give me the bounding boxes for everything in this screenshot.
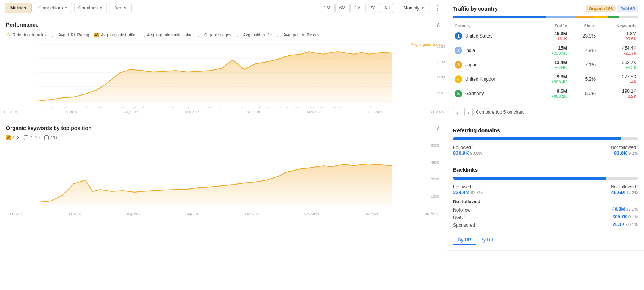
traffic-by-country-title: Traffic by country: [453, 6, 497, 12]
keywords-india: 454.4K -21.7K: [597, 43, 638, 58]
performance-title: Performance: [6, 22, 39, 28]
color-bar-germany: [608, 16, 619, 18]
filter-4-10-checkbox[interactable]: [24, 135, 28, 140]
monthly-label: Monthly: [403, 5, 419, 11]
back-notfollowed-label: Not followed i: [611, 183, 638, 190]
right-panel: Traffic by country Organic 186 Paid 62 C…: [447, 0, 644, 290]
filter-paid-checkbox[interactable]: [237, 33, 241, 37]
table-row: 3 Japan 13.4M +664K 7.1% 202.7K +6.3K: [453, 58, 638, 72]
filter-1-3[interactable]: 1–3: [6, 135, 19, 140]
filter-url-rating[interactable]: Avg. URL Rating: [52, 33, 89, 37]
organic-badge: Organic 186: [586, 5, 616, 12]
filter-paid-cost-checkbox[interactable]: [277, 33, 281, 37]
top-bar: Metrics Competitors ▼ Countries ▼ Years …: [0, 0, 447, 16]
ugc-val: 305.7K: [613, 214, 627, 219]
share-germany: 5.0%: [569, 86, 597, 101]
performance-filters: ⚠ Referring domains Avg. URL Rating Avg.…: [6, 32, 441, 38]
nofollow-row: Nofollow i 46.3M 17.1%: [453, 207, 638, 213]
keywords-us: 1.8M -99.6K: [597, 29, 638, 43]
country-name-us: United States: [465, 33, 492, 39]
countries-dropdown[interactable]: Countries ▼: [74, 3, 107, 13]
table-row: 1 United States 45.3M -161K 23.9% 1.8M -…: [453, 29, 638, 43]
time-2y[interactable]: 2Y: [365, 3, 379, 13]
country-name-cell: 1 United States: [453, 29, 535, 43]
monthly-dropdown[interactable]: Monthly ▼: [398, 3, 430, 13]
filter-paid-traffic[interactable]: Avg. paid traffic: [237, 33, 272, 37]
countries-label: Countries: [78, 5, 98, 11]
time-1m[interactable]: 1M: [320, 3, 335, 13]
table-row: 4 United Kingdom 9.8M +988.4K 5.2% 277.5…: [453, 72, 638, 86]
ref-notfollowed-label: Not followed i: [611, 144, 638, 150]
organic-keywords-chart: 600K 450K 300K 150K 0 Jun 2015 Jul 2016: [6, 142, 441, 226]
back-followed-bar: [453, 177, 606, 180]
prev-page-button[interactable]: ‹: [453, 108, 461, 116]
referring-domains-title: Referring domains: [453, 127, 638, 133]
sponsored-row: Sponsored i 20.1K <0.1%: [453, 222, 638, 228]
svg-text:⊙⊙: ⊙⊙: [63, 106, 68, 109]
filter-4-10[interactable]: 4–10: [24, 135, 39, 140]
svg-text:⊙: ⊙: [241, 106, 243, 109]
by-dr-button[interactable]: By DR: [476, 236, 498, 245]
filter-organic-value[interactable]: Avg. organic traffic value: [141, 33, 192, 37]
country-name-japan: Japan: [465, 62, 478, 67]
ugc-label: UGC i: [453, 214, 465, 220]
performance-collapse-button[interactable]: ∧: [436, 21, 441, 28]
col-keywords: Keywords: [597, 23, 638, 29]
filter-organic-checkbox[interactable]: [94, 33, 99, 37]
svg-text:⊙⊙: ⊙⊙: [206, 106, 212, 109]
svg-text:⊙: ⊙: [142, 106, 145, 109]
filter-organic-val-checkbox[interactable]: [141, 33, 145, 37]
back-followed: Followed i 224.4M 82.8%: [453, 183, 483, 195]
traffic-uk: 9.8M +988.4K: [535, 72, 569, 86]
ref-followed-val: 830.9K: [453, 150, 469, 156]
years-tab[interactable]: Years: [109, 3, 132, 13]
svg-text:②⊙: ②⊙: [294, 106, 299, 109]
traffic-by-country-section: Traffic by country Organic 186 Paid 62 C…: [447, 0, 644, 122]
traffic-japan: 13.4M +664K: [535, 58, 569, 72]
filter-11-checkbox[interactable]: [44, 135, 49, 140]
svg-marker-5: [40, 52, 392, 103]
color-bar-other: [619, 16, 638, 18]
organic-keywords-collapse-button[interactable]: ∧: [436, 124, 441, 132]
performance-chart: Avg. organic traffic 220M 165M 110M 55M …: [0, 41, 447, 121]
backlink-stats-row: Followed i 224.4M 82.8% Not followed i 4…: [453, 183, 638, 195]
filter-organic-pages[interactable]: Organic pages: [198, 33, 231, 37]
referring-domains-bar: [453, 137, 638, 140]
organic-keywords-title: Organic keywords by top position: [6, 125, 92, 131]
metrics-tab[interactable]: Metrics: [5, 3, 32, 13]
color-bar-india: [546, 16, 575, 18]
filter-11plus[interactable]: 11+: [44, 135, 58, 140]
ref-notfollowed-val: 83.8K: [614, 150, 627, 156]
filter-11-label: 11+: [51, 135, 58, 140]
filter-referring-domains[interactable]: ⚠ Referring domains: [6, 32, 47, 38]
time-6m[interactable]: 6M: [335, 3, 350, 13]
country-name-germany: Germany: [465, 91, 484, 96]
svg-text:②: ②: [369, 106, 372, 109]
time-all[interactable]: All: [380, 3, 394, 13]
sponsored-label: Sponsored i: [453, 222, 477, 228]
time-range-buttons: 1M 6M 1Y 2Y All: [320, 3, 394, 13]
nofollow-pct: 17.1%: [626, 207, 638, 212]
back-notfollowed-val: 46.6M: [611, 190, 625, 195]
filter-pages-checkbox[interactable]: [198, 33, 202, 37]
filter-1-3-checkbox[interactable]: [6, 135, 11, 140]
by-ur-button[interactable]: By UR: [453, 236, 476, 245]
by-buttons-row: By UR By DR: [453, 232, 638, 245]
filter-paid-cost[interactable]: Avg. paid traffic cost: [277, 33, 321, 37]
time-1y[interactable]: 1Y: [350, 3, 364, 13]
svg-text:⊙: ⊙: [51, 106, 54, 109]
next-page-button[interactable]: ›: [464, 108, 473, 116]
back-notfollowed-pct: 17.2%: [626, 190, 638, 195]
svg-text:⊙: ⊙: [278, 106, 281, 109]
svg-text:②: ②: [85, 106, 88, 109]
more-options-button[interactable]: ⋮: [432, 4, 442, 12]
competitors-dropdown[interactable]: Competitors ▼: [34, 3, 72, 13]
filter-organic-traffic[interactable]: Avg. organic traffic: [94, 33, 135, 37]
svg-text:⊙: ⊙: [40, 106, 42, 109]
traffic-germany: 9.6M +968.2K: [535, 86, 569, 101]
svg-text:⊙⊙②⊙: ⊙⊙②⊙: [331, 106, 342, 109]
filter-referring-label: Referring domains: [13, 33, 47, 37]
filter-organic-label: Avg. organic traffic: [101, 33, 135, 37]
filter-url-checkbox[interactable]: [52, 33, 56, 37]
filter-url-label: Avg. URL Rating: [58, 33, 89, 37]
